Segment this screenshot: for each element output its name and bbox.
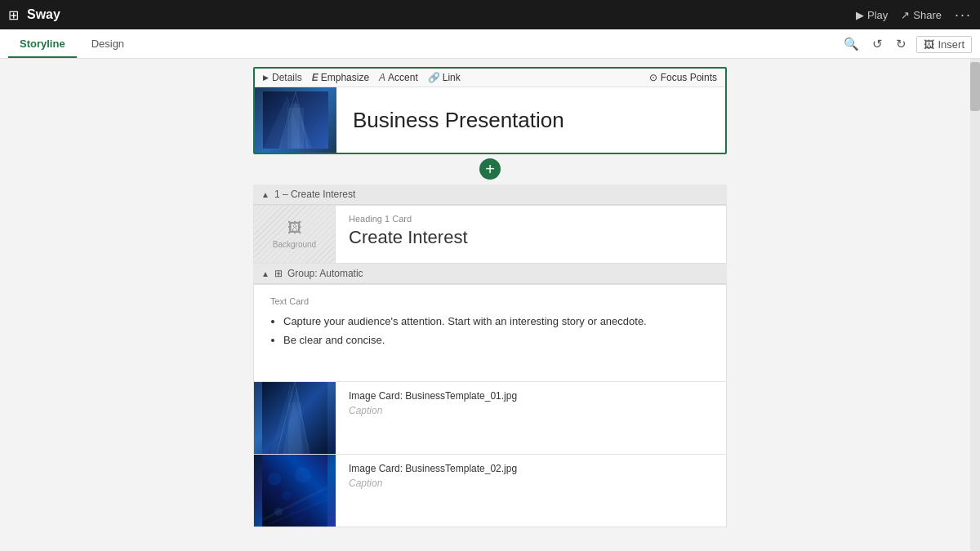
play-icon: ▶: [856, 9, 864, 21]
tab-storyline[interactable]: Storyline: [8, 31, 77, 58]
section1-card-background[interactable]: 🖼 Background: [254, 206, 336, 263]
image-card-1-info: Image Card: BusinessTemplate_01.jpg Capt…: [336, 382, 530, 454]
share-button[interactable]: ↗ Share: [901, 9, 942, 21]
section1-card-title[interactable]: Create Interest: [349, 227, 713, 248]
main-content: ▶ Details E Emphasize A Accent 🔗 Link: [0, 59, 980, 551]
storyline-container: ▶ Details E Emphasize A Accent 🔗 Link: [253, 67, 727, 543]
accent-icon: A: [379, 72, 385, 83]
titlebar-left: ⊞ Sway: [8, 7, 60, 23]
tabbar-left: Storyline Design: [8, 31, 139, 58]
insert-button[interactable]: 🖼 Insert: [916, 36, 972, 53]
grid-icon[interactable]: ⊞: [8, 7, 19, 23]
add-button-container: +: [253, 158, 727, 180]
title-card-toolbar: ▶ Details E Emphasize A Accent 🔗 Link: [255, 69, 725, 87]
title-card-image: [255, 87, 336, 153]
image-placeholder-icon: 🖼: [287, 220, 302, 237]
svg-rect-12: [288, 402, 301, 454]
image-card-1-name: Image Card: BusinessTemplate_01.jpg: [349, 390, 517, 402]
scrollbar-thumb[interactable]: [970, 62, 980, 111]
svg-point-16: [295, 467, 311, 483]
business-template-02-image: [254, 455, 336, 527]
section1-header-label: 1 – Create Interest: [274, 189, 355, 200]
details-triangle-icon: ▶: [263, 73, 269, 82]
titlebar-right: ▶ Play ↗ Share ···: [856, 7, 972, 24]
scrollbar[interactable]: [970, 59, 980, 551]
image-card-1-thumb: [254, 382, 336, 454]
group-icon: ⊞: [274, 268, 283, 279]
tabbar-right: 🔍 ↺ ↻ 🖼 Insert: [840, 35, 972, 58]
share-icon: ↗: [901, 9, 910, 21]
image-card-1-caption[interactable]: Caption: [349, 405, 517, 416]
image-card-2: Image Card: BusinessTemplate_02.jpg Capt…: [253, 455, 727, 527]
link-icon: 🔗: [428, 72, 440, 83]
image-card-1: Image Card: BusinessTemplate_01.jpg Capt…: [253, 382, 727, 455]
title-card-toolbar-left: ▶ Details E Emphasize A Accent 🔗 Link: [263, 72, 461, 83]
section1: ▲ 1 – Create Interest 🖼 Background Headi…: [253, 184, 727, 264]
details-label[interactable]: ▶ Details: [263, 72, 302, 83]
section1-card-type: Heading 1 Card: [349, 214, 713, 224]
tab-bar: Storyline Design 🔍 ↺ ↻ 🖼 Insert: [0, 29, 980, 59]
svg-point-15: [282, 491, 292, 500]
image-card-2-name: Image Card: BusinessTemplate_02.jpg: [349, 463, 517, 474]
text-card-type-label: Text Card: [270, 296, 710, 306]
background-label: Background: [273, 240, 316, 249]
accent-button[interactable]: A Accent: [379, 72, 418, 83]
image-card-2-thumb: [254, 455, 336, 527]
focus-points-icon: ⊙: [649, 72, 657, 83]
group-header-label: Group: Automatic: [287, 268, 363, 279]
emphasize-button[interactable]: E Emphasize: [312, 72, 369, 83]
emphasize-icon: E: [312, 72, 318, 83]
section1-header[interactable]: ▲ 1 – Create Interest: [253, 184, 727, 205]
section1-card-body: 🖼 Background Heading 1 Card Create Inter…: [254, 206, 726, 263]
bullet-2: Be clear and concise.: [283, 333, 710, 348]
text-card: Text Card Capture your audience's attent…: [253, 284, 727, 382]
image-card-2-info: Image Card: BusinessTemplate_02.jpg Capt…: [336, 455, 530, 527]
business-template-01-image: [254, 382, 336, 454]
title-bar: ⊞ Sway ▶ Play ↗ Share ···: [0, 0, 980, 29]
bullet-1: Capture your audience's attention. Start…: [283, 314, 710, 329]
title-card-title-area[interactable]: Business Presentation: [336, 87, 725, 153]
image-card-2-caption[interactable]: Caption: [349, 478, 517, 489]
section1-collapse-icon: ▲: [261, 190, 270, 199]
title-card-body: Business Presentation: [255, 87, 725, 153]
presentation-title: Business Presentation: [353, 108, 564, 133]
text-card-bullets: Capture your audience's attention. Start…: [270, 314, 710, 348]
svg-point-14: [268, 473, 281, 486]
section1-card: 🖼 Background Heading 1 Card Create Inter…: [253, 205, 727, 264]
focus-points-button[interactable]: ⊙ Focus Points: [649, 72, 717, 83]
redo-icon[interactable]: ↻: [893, 35, 910, 53]
group-header[interactable]: ▲ ⊞ Group: Automatic: [253, 264, 727, 284]
play-button[interactable]: ▶ Play: [856, 9, 888, 21]
svg-rect-4: [292, 104, 300, 149]
undo-icon[interactable]: ↺: [869, 35, 886, 53]
add-card-button[interactable]: +: [479, 158, 501, 180]
app-name: Sway: [27, 7, 60, 22]
group-section: ▲ ⊞ Group: Automatic Text Card Capture y…: [253, 264, 727, 527]
tab-design[interactable]: Design: [80, 31, 136, 58]
title-card: ▶ Details E Emphasize A Accent 🔗 Link: [253, 67, 727, 154]
section1-card-text: Heading 1 Card Create Interest: [336, 206, 726, 263]
search-icon[interactable]: 🔍: [840, 35, 862, 53]
link-button[interactable]: 🔗 Link: [428, 72, 461, 83]
insert-icon: 🖼: [924, 38, 934, 51]
group-collapse-icon: ▲: [261, 269, 270, 278]
more-options-button[interactable]: ···: [955, 7, 972, 24]
